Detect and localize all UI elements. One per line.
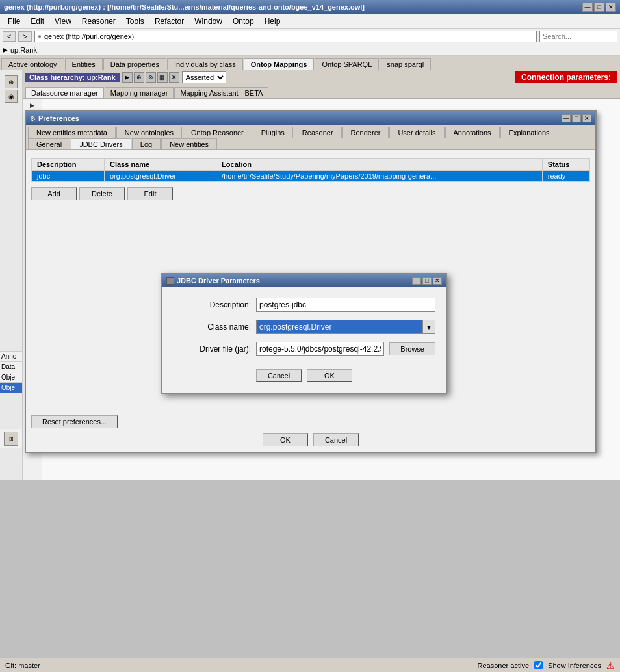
pref-tab-new-ontologies[interactable]: New ontologies bbox=[116, 127, 182, 138]
side-item-data[interactable]: Data bbox=[0, 362, 22, 372]
connection-params-label: Connection parameters: bbox=[515, 71, 617, 83]
pref-tab-log[interactable]: Log bbox=[132, 138, 161, 149]
tab-data-properties[interactable]: Data properties bbox=[103, 58, 166, 70]
jdbc-cancel-button[interactable]: Cancel bbox=[256, 369, 302, 382]
classname-dropdown-wrapper: ▼ bbox=[256, 320, 435, 334]
table-row[interactable]: jdbc org.postgresql.Driver /home/tir/Sea… bbox=[32, 171, 590, 182]
col-classname: Class name bbox=[105, 159, 216, 171]
browse-button[interactable]: Browse bbox=[389, 342, 435, 355]
hierarchy-icon-group: ▶ ⊕ ⊗ ▦ ✕ bbox=[122, 72, 179, 83]
add-button[interactable]: Add bbox=[31, 187, 77, 200]
url-bar: ● genex (http://purl.org/genex) bbox=[34, 31, 537, 42]
tab-active-ontology[interactable]: Active ontology bbox=[1, 58, 64, 70]
menu-ontop[interactable]: Ontop bbox=[227, 16, 259, 27]
search-input[interactable] bbox=[539, 31, 617, 42]
jdbc-ok-button[interactable]: OK bbox=[307, 369, 352, 382]
sub-tab-datasource[interactable]: Datasource manager bbox=[25, 87, 104, 98]
pref-tab-jdbc[interactable]: JDBC Drivers bbox=[71, 138, 131, 149]
description-row: Description: bbox=[173, 298, 435, 312]
git-branch: Git: master bbox=[5, 662, 40, 669]
col-description: Description bbox=[32, 159, 105, 171]
prefs-maximize[interactable]: □ bbox=[572, 114, 581, 122]
h-icon-1[interactable]: ▶ bbox=[122, 72, 133, 83]
nav-arrow-1[interactable]: ▶ bbox=[29, 101, 36, 109]
tab-entities[interactable]: Entities bbox=[65, 58, 103, 70]
tab-individuals-by-class[interactable]: Individuals by class bbox=[167, 58, 243, 70]
jdbc-dialog-controls: — □ ✕ bbox=[412, 277, 442, 285]
pref-tab-user-details[interactable]: User details bbox=[389, 127, 444, 138]
h-icon-5[interactable]: ✕ bbox=[169, 72, 179, 83]
cell-description: jdbc bbox=[32, 171, 105, 182]
back-button[interactable]: < bbox=[3, 31, 16, 42]
reset-preferences-button[interactable]: Reset preferences... bbox=[31, 415, 118, 428]
h-icon-3[interactable]: ⊗ bbox=[146, 72, 156, 83]
pref-tab-reasoner[interactable]: Reasoner bbox=[294, 127, 342, 138]
h-icon-4[interactable]: ▦ bbox=[157, 72, 168, 83]
show-inferences-label: Show Inferences bbox=[548, 662, 601, 669]
tab-ontop-mappings[interactable]: Ontop Mappings bbox=[244, 58, 315, 70]
menu-refactor[interactable]: Refactor bbox=[149, 16, 189, 27]
description-label: Description: bbox=[173, 300, 251, 309]
description-input[interactable] bbox=[256, 298, 435, 312]
edit-button[interactable]: Edit bbox=[127, 187, 173, 200]
driver-file-input[interactable] bbox=[256, 342, 384, 356]
sub-tab-bar: Datasource manager Mapping manager Mappi… bbox=[23, 84, 620, 99]
jdbc-close[interactable]: ✕ bbox=[433, 277, 442, 285]
menu-tools[interactable]: Tools bbox=[121, 16, 149, 27]
menu-file[interactable]: File bbox=[3, 16, 25, 27]
jdbc-dialog-icon bbox=[166, 277, 174, 285]
show-inferences-checkbox[interactable] bbox=[534, 661, 543, 669]
pref-tab-explanations[interactable]: Explanations bbox=[500, 127, 558, 138]
side-item-obje2[interactable]: Obje bbox=[0, 383, 22, 393]
menu-window[interactable]: Window bbox=[189, 16, 227, 27]
delete-button[interactable]: Delete bbox=[79, 187, 125, 200]
side-icon-grid[interactable]: ⊞ bbox=[4, 432, 18, 446]
classname-label: Class name: bbox=[173, 322, 251, 331]
prefs-close[interactable]: ✕ bbox=[582, 114, 591, 122]
pref-tab-plugins[interactable]: Plugins bbox=[253, 127, 293, 138]
pref-tab-new-entities-meta[interactable]: New entities metadata bbox=[28, 127, 116, 138]
classname-input[interactable] bbox=[256, 320, 423, 334]
sub-tab-mapping-manager[interactable]: Mapping manager bbox=[105, 87, 174, 98]
side-item-anno[interactable]: Anno bbox=[0, 352, 22, 362]
menu-help[interactable]: Help bbox=[259, 16, 286, 27]
breadcrumb-text: up:Rank bbox=[10, 46, 37, 54]
jdbc-params-title-text: JDBC Driver Parameters bbox=[177, 277, 260, 285]
ok-cancel-row: OK Cancel bbox=[31, 433, 590, 446]
pref-cancel-button[interactable]: Cancel bbox=[313, 433, 359, 446]
maximize-button[interactable]: □ bbox=[594, 3, 604, 12]
minimize-button[interactable]: — bbox=[582, 3, 593, 12]
pref-tab-ontop-reasoner[interactable]: Ontop Reasoner bbox=[183, 127, 252, 138]
menu-view[interactable]: View bbox=[49, 16, 77, 27]
side-item-obje1[interactable]: Obje bbox=[0, 372, 22, 383]
app-title: genex (http://purl.org/genex) : [/home/t… bbox=[4, 3, 365, 11]
jdbc-minimize[interactable]: — bbox=[412, 277, 421, 285]
cell-classname: org.postgresql.Driver bbox=[105, 171, 216, 182]
close-button[interactable]: ✕ bbox=[606, 3, 616, 12]
pref-tab-new-entities[interactable]: New entities bbox=[161, 138, 217, 149]
class-hierarchy-bar: Class hierarchy: up:Rank ▶ ⊕ ⊗ ▦ ✕ Asser… bbox=[23, 70, 620, 84]
panel-icon-1[interactable]: ⊕ bbox=[5, 75, 18, 88]
tab-snap-sparql[interactable]: snap sparql bbox=[380, 58, 431, 70]
sub-tab-mapping-assistant[interactable]: Mapping Assistant - BETA bbox=[174, 87, 268, 98]
menu-bar: File Edit View Reasoner Tools Refactor W… bbox=[0, 14, 620, 29]
asserted-select[interactable]: Asserted Inferred bbox=[182, 71, 226, 83]
pref-tab-annotations[interactable]: Annotations bbox=[445, 127, 500, 138]
cell-status: ready bbox=[542, 171, 589, 182]
prefs-minimize[interactable]: — bbox=[562, 114, 571, 122]
forward-button[interactable]: > bbox=[18, 31, 31, 42]
jdbc-restore[interactable]: □ bbox=[422, 277, 432, 285]
tab-ontop-sparql[interactable]: Ontop SPARQL bbox=[315, 58, 379, 70]
menu-edit[interactable]: Edit bbox=[25, 16, 49, 27]
menu-reasoner[interactable]: Reasoner bbox=[77, 16, 121, 27]
status-right: Reasoner active Show Inferences ⚠ bbox=[478, 660, 615, 671]
preferences-title: Preferences bbox=[38, 114, 79, 122]
h-icon-2[interactable]: ⊕ bbox=[134, 72, 144, 83]
pref-ok-button[interactable]: OK bbox=[263, 433, 308, 446]
jdbc-params-title-bar: JDBC Driver Parameters — □ ✕ bbox=[162, 274, 446, 287]
pref-tab-bar: New entities metadata New ontologies Ont… bbox=[26, 125, 595, 150]
classname-dropdown-arrow[interactable]: ▼ bbox=[423, 320, 435, 334]
pref-tab-general[interactable]: General bbox=[28, 138, 70, 149]
pref-tab-renderer[interactable]: Renderer bbox=[342, 127, 389, 138]
panel-icon-2[interactable]: ◉ bbox=[5, 90, 18, 103]
